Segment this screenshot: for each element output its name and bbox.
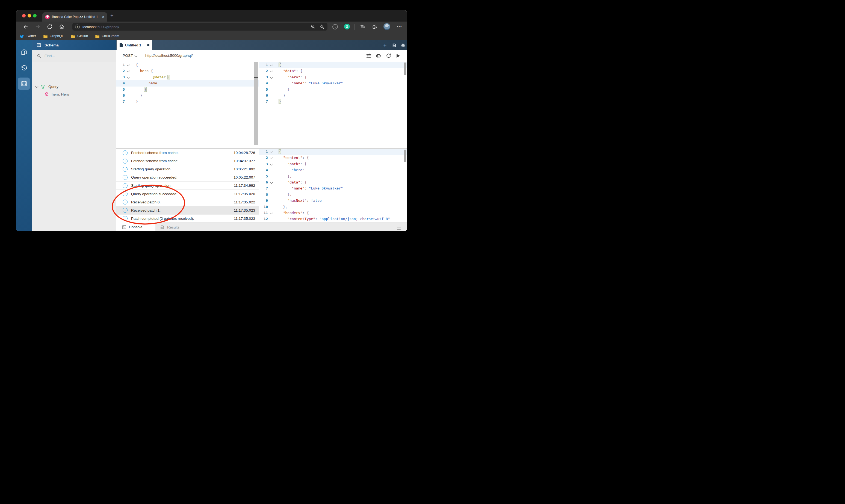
code-line[interactable]: 3 "hero": { — [259, 74, 407, 80]
console-log-row[interactable]: iFetched schema from cache.10:04:28.726 — [116, 149, 259, 157]
code-line[interactable]: 6 "data": { — [259, 179, 407, 185]
code-line[interactable]: 1{ — [116, 62, 259, 68]
code-line[interactable]: 1{ — [259, 62, 407, 68]
document-tab-untitled-1[interactable]: Untitled 1 — [116, 40, 152, 50]
code-line[interactable]: 7} — [259, 98, 407, 105]
fold-chevron-icon[interactable] — [268, 161, 274, 167]
code-line[interactable]: 3 "path": [ — [259, 161, 407, 167]
toggle-icon[interactable] — [376, 53, 381, 59]
code-line[interactable]: 7} — [116, 98, 259, 105]
fold-chevron-icon[interactable] — [268, 210, 274, 216]
query-editor-scrollbar[interactable] — [254, 62, 258, 145]
grammarly-extension-icon[interactable]: G — [344, 24, 350, 30]
fold-chevron-icon[interactable] — [125, 62, 131, 68]
code-line[interactable]: 5 } — [116, 87, 259, 93]
tab-console[interactable]: Console — [116, 222, 156, 231]
collections-icon[interactable] — [372, 24, 377, 30]
console-log-row[interactable]: iStarting query operation.11:17:34.992 — [116, 182, 259, 190]
code-line[interactable]: 3 ... @defer { — [116, 74, 259, 80]
history-rail-icon[interactable] — [18, 62, 30, 74]
console-log-row[interactable]: iPatch completed (2 patches received).11… — [116, 215, 259, 222]
site-info-icon[interactable]: i — [75, 24, 80, 29]
horizontal-splitter[interactable] — [116, 148, 407, 149]
code-line[interactable]: 12 "contentType": "application/json; cha… — [259, 216, 407, 222]
fold-chevron-icon[interactable] — [268, 155, 274, 161]
http-method-select[interactable]: POST — [123, 54, 133, 58]
code-line[interactable]: 5 ], — [259, 173, 407, 179]
fold-chevron-icon[interactable] — [268, 149, 274, 155]
fold-chevron-icon[interactable] — [268, 62, 274, 68]
console-log-row[interactable]: iQuery operation succeeded.11:17:35.020 — [116, 190, 259, 198]
refresh-icon[interactable] — [47, 24, 53, 30]
code-line[interactable]: 4 "hero" — [259, 167, 407, 173]
code-line[interactable]: 2 "content": { — [259, 155, 407, 161]
bookmark-graphql[interactable]: GraphQL — [43, 34, 64, 38]
console-log-row[interactable]: iFetched schema from cache.10:04:37.377 — [116, 157, 259, 165]
new-document-button[interactable]: + — [382, 42, 388, 48]
tab-results[interactable]: Results — [160, 223, 179, 231]
bookmark-twitter[interactable]: Twitter — [19, 34, 36, 38]
profile-avatar[interactable] — [383, 23, 390, 30]
schema-rail-icon[interactable] — [18, 77, 30, 90]
endpoint-url[interactable]: http://localhost:5000/graphql/ — [145, 54, 193, 58]
connection-settings-icon[interactable] — [366, 53, 372, 59]
fold-chevron-icon[interactable] — [125, 68, 131, 74]
code-line[interactable]: 6 } — [259, 93, 407, 98]
url-text[interactable]: localhost:5000/graphql/ — [83, 25, 307, 29]
macos-zoom-button[interactable] — [33, 14, 37, 17]
onepassword-extension-icon[interactable] — [332, 24, 338, 30]
fold-chevron-icon[interactable] — [125, 74, 131, 80]
vertical-splitter[interactable] — [259, 62, 259, 222]
code-line[interactable]: 2 hero { — [116, 68, 259, 74]
result-scrollbar[interactable] — [404, 150, 407, 162]
code-line[interactable]: 2 "data": { — [259, 68, 407, 74]
macos-minimize-button[interactable] — [28, 14, 31, 17]
code-line[interactable]: 5 } — [259, 87, 407, 93]
tab-close-icon[interactable]: × — [102, 15, 104, 19]
bookmark-github[interactable]: GitHub — [71, 34, 88, 38]
schema-find-input[interactable]: Find... — [32, 50, 116, 62]
favorites-list-icon[interactable] — [360, 24, 365, 30]
bookmark-chillicream[interactable]: ChilliCream — [95, 34, 119, 38]
save-button[interactable] — [392, 42, 397, 48]
code-line[interactable]: 7 "name": "Luke Skywalker" — [259, 185, 407, 192]
zoom-page-icon[interactable] — [310, 24, 316, 30]
code-line[interactable]: 8 }, — [259, 192, 407, 198]
fold-chevron-icon[interactable] — [268, 68, 274, 74]
home-icon[interactable] — [59, 24, 65, 30]
fold-chevron-icon[interactable] — [268, 74, 274, 80]
code-line[interactable]: 6 } — [116, 93, 259, 98]
query-editor[interactable]: 1{2 hero {3 ... @defer {4 name5 }6 }7} — [116, 62, 259, 148]
code-line[interactable]: 9 "hasNext": false — [259, 198, 407, 204]
tree-node-query[interactable]: Query — [32, 83, 116, 90]
settings-gear-button[interactable] — [401, 42, 406, 48]
console-log-row[interactable]: iQuery operation succeeded.10:05:22.007 — [116, 173, 259, 182]
code-line[interactable]: 11 "headers": { — [259, 210, 407, 216]
response-scrollbar[interactable] — [404, 62, 407, 75]
forward-icon[interactable] — [35, 24, 41, 30]
back-icon[interactable] — [23, 24, 29, 30]
console-log-row[interactable]: iReceived patch 1.11:17:35.023 — [116, 206, 259, 215]
address-bar[interactable]: i localhost:5000/graphql/ — [72, 23, 327, 31]
console-log-row[interactable]: iStarting query operation.10:05:21.892 — [116, 165, 259, 173]
result-viewer[interactable]: 1{2 "content": {3 "path": [4 "hero"5 ],6… — [259, 149, 407, 222]
new-tab-button[interactable]: + — [110, 13, 114, 19]
documents-rail-icon[interactable] — [18, 46, 30, 58]
code-line[interactable]: 4 "name": "Luke Skywalker" — [259, 80, 407, 86]
tree-node-hero[interactable]: hero: Hero — [32, 90, 116, 98]
fold-chevron-icon[interactable] — [268, 179, 274, 185]
code-line[interactable]: 1{ — [259, 149, 407, 155]
method-chevron-icon[interactable] — [134, 54, 137, 57]
refetch-schema-icon[interactable] — [385, 53, 391, 59]
browser-tab[interactable]: Banana Cake Pop >> Untitled 1 × — [42, 12, 107, 22]
code-line[interactable]: 4 name — [116, 80, 259, 86]
console-log-row[interactable]: iReceived patch 0.11:17:35.022 — [116, 198, 259, 206]
response-viewer[interactable]: 1{2 "data": {3 "hero": {4 "name": "Luke … — [259, 62, 407, 148]
browser-menu-icon[interactable]: ••• — [397, 24, 402, 29]
run-query-button[interactable] — [395, 53, 401, 59]
macos-close-button[interactable] — [22, 14, 26, 17]
chevron-down-icon[interactable] — [35, 85, 38, 88]
split-panel-icon[interactable] — [397, 225, 401, 230]
add-favorite-star-icon[interactable] — [319, 24, 325, 30]
code-line[interactable]: 10 }, — [259, 204, 407, 210]
